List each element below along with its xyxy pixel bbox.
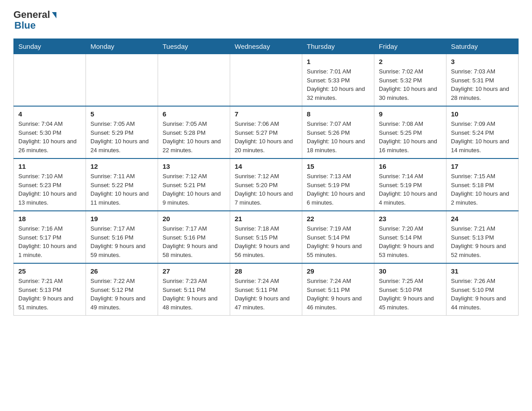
day-number: 14: [235, 163, 297, 170]
calendar-day-cell: 30Sunrise: 7:25 AMSunset: 5:10 PMDayligh…: [374, 263, 446, 316]
calendar-day-cell: 4Sunrise: 7:04 AMSunset: 5:30 PMDaylight…: [14, 106, 86, 158]
calendar-day-cell: 28Sunrise: 7:24 AMSunset: 5:11 PMDayligh…: [230, 263, 302, 316]
day-info: Sunrise: 7:14 AMSunset: 5:19 PMDaylight:…: [379, 172, 442, 207]
day-number: 25: [18, 267, 81, 275]
calendar-day-cell: 12Sunrise: 7:11 AMSunset: 5:22 PMDayligh…: [86, 158, 158, 211]
day-info: Sunrise: 7:10 AMSunset: 5:23 PMDaylight:…: [18, 172, 81, 207]
calendar-day-cell: 23Sunrise: 7:20 AMSunset: 5:14 PMDayligh…: [374, 211, 446, 263]
day-info: Sunrise: 7:22 AMSunset: 5:12 PMDaylight:…: [90, 277, 153, 312]
calendar-day-cell: 26Sunrise: 7:22 AMSunset: 5:12 PMDayligh…: [86, 263, 158, 316]
day-info: Sunrise: 7:21 AMSunset: 5:13 PMDaylight:…: [18, 277, 81, 312]
calendar-day-cell: [14, 54, 86, 107]
day-info: Sunrise: 7:15 AMSunset: 5:18 PMDaylight:…: [451, 172, 514, 207]
weekday-header-saturday: Saturday: [446, 39, 519, 54]
calendar-day-cell: 29Sunrise: 7:24 AMSunset: 5:11 PMDayligh…: [302, 263, 374, 316]
page-header: General Blue: [13, 9, 519, 31]
day-number: 15: [307, 163, 369, 170]
day-info: Sunrise: 7:05 AMSunset: 5:28 PMDaylight:…: [163, 120, 225, 154]
calendar-day-cell: 18Sunrise: 7:16 AMSunset: 5:17 PMDayligh…: [14, 211, 86, 263]
day-number: 17: [451, 163, 514, 170]
day-info: Sunrise: 7:03 AMSunset: 5:31 PMDaylight:…: [451, 67, 514, 102]
day-number: 30: [379, 267, 442, 275]
calendar-day-cell: 16Sunrise: 7:14 AMSunset: 5:19 PMDayligh…: [374, 158, 446, 211]
day-number: 1: [307, 58, 369, 65]
calendar-day-cell: 27Sunrise: 7:23 AMSunset: 5:11 PMDayligh…: [158, 263, 230, 316]
day-number: 7: [235, 110, 297, 118]
day-number: 27: [163, 267, 225, 275]
day-number: 26: [90, 267, 153, 275]
calendar-day-cell: 5Sunrise: 7:05 AMSunset: 5:29 PMDaylight…: [86, 106, 158, 158]
calendar-day-cell: 31Sunrise: 7:26 AMSunset: 5:10 PMDayligh…: [446, 263, 519, 316]
day-info: Sunrise: 7:13 AMSunset: 5:19 PMDaylight:…: [307, 172, 369, 207]
day-info: Sunrise: 7:18 AMSunset: 5:15 PMDaylight:…: [235, 224, 297, 259]
calendar-day-cell: 10Sunrise: 7:09 AMSunset: 5:24 PMDayligh…: [446, 106, 519, 158]
calendar-day-cell: 15Sunrise: 7:13 AMSunset: 5:19 PMDayligh…: [302, 158, 374, 211]
day-info: Sunrise: 7:25 AMSunset: 5:10 PMDaylight:…: [379, 277, 442, 312]
day-number: 21: [235, 215, 297, 223]
day-number: 20: [163, 215, 225, 223]
weekday-header-wednesday: Wednesday: [230, 39, 302, 54]
day-info: Sunrise: 7:04 AMSunset: 5:30 PMDaylight:…: [18, 120, 81, 154]
calendar-day-cell: 11Sunrise: 7:10 AMSunset: 5:23 PMDayligh…: [14, 158, 86, 211]
day-number: 16: [379, 163, 442, 170]
day-number: 24: [451, 215, 514, 223]
calendar-day-cell: 8Sunrise: 7:07 AMSunset: 5:26 PMDaylight…: [302, 106, 374, 158]
day-info: Sunrise: 7:26 AMSunset: 5:10 PMDaylight:…: [451, 277, 514, 312]
logo-arrow-icon: [52, 12, 56, 18]
day-number: 28: [235, 267, 297, 275]
calendar-day-cell: [230, 54, 302, 107]
calendar-day-cell: 7Sunrise: 7:06 AMSunset: 5:27 PMDaylight…: [230, 106, 302, 158]
calendar-day-cell: [86, 54, 158, 107]
calendar-day-cell: 21Sunrise: 7:18 AMSunset: 5:15 PMDayligh…: [230, 211, 302, 263]
day-number: 29: [307, 267, 369, 275]
day-info: Sunrise: 7:17 AMSunset: 5:16 PMDaylight:…: [163, 224, 225, 259]
calendar-day-cell: 20Sunrise: 7:17 AMSunset: 5:16 PMDayligh…: [158, 211, 230, 263]
calendar-day-cell: 19Sunrise: 7:17 AMSunset: 5:16 PMDayligh…: [86, 211, 158, 263]
logo-general-text: General: [13, 9, 50, 21]
day-info: Sunrise: 7:12 AMSunset: 5:21 PMDaylight:…: [163, 172, 225, 207]
day-info: Sunrise: 7:01 AMSunset: 5:33 PMDaylight:…: [307, 67, 369, 102]
logo-blue-text: Blue: [14, 20, 36, 31]
day-number: 3: [451, 58, 514, 65]
day-info: Sunrise: 7:20 AMSunset: 5:14 PMDaylight:…: [379, 224, 442, 259]
day-info: Sunrise: 7:06 AMSunset: 5:27 PMDaylight:…: [235, 120, 297, 154]
calendar-day-cell: 6Sunrise: 7:05 AMSunset: 5:28 PMDaylight…: [158, 106, 230, 158]
day-info: Sunrise: 7:23 AMSunset: 5:11 PMDaylight:…: [163, 277, 225, 312]
day-number: 4: [18, 110, 81, 118]
calendar-day-cell: [158, 54, 230, 107]
day-info: Sunrise: 7:19 AMSunset: 5:14 PMDaylight:…: [307, 224, 369, 259]
day-info: Sunrise: 7:09 AMSunset: 5:24 PMDaylight:…: [451, 120, 514, 154]
calendar-table: SundayMondayTuesdayWednesdayThursdayFrid…: [13, 39, 519, 316]
day-info: Sunrise: 7:16 AMSunset: 5:17 PMDaylight:…: [18, 224, 81, 259]
day-number: 19: [90, 215, 153, 223]
calendar-day-cell: 22Sunrise: 7:19 AMSunset: 5:14 PMDayligh…: [302, 211, 374, 263]
weekday-header-thursday: Thursday: [302, 39, 374, 54]
day-info: Sunrise: 7:17 AMSunset: 5:16 PMDaylight:…: [90, 224, 153, 259]
logo: General Blue: [13, 9, 56, 31]
day-number: 10: [451, 110, 514, 118]
day-number: 11: [18, 163, 81, 170]
weekday-header-friday: Friday: [374, 39, 446, 54]
day-number: 2: [379, 58, 442, 65]
calendar-header-row: SundayMondayTuesdayWednesdayThursdayFrid…: [14, 39, 519, 54]
calendar-day-cell: 14Sunrise: 7:12 AMSunset: 5:20 PMDayligh…: [230, 158, 302, 211]
day-number: 22: [307, 215, 369, 223]
calendar-week-row: 25Sunrise: 7:21 AMSunset: 5:13 PMDayligh…: [14, 263, 519, 316]
day-number: 12: [90, 163, 153, 170]
calendar-week-row: 11Sunrise: 7:10 AMSunset: 5:23 PMDayligh…: [14, 158, 519, 211]
calendar-day-cell: 3Sunrise: 7:03 AMSunset: 5:31 PMDaylight…: [446, 54, 519, 107]
day-number: 8: [307, 110, 369, 118]
weekday-header-tuesday: Tuesday: [158, 39, 230, 54]
day-info: Sunrise: 7:07 AMSunset: 5:26 PMDaylight:…: [307, 120, 369, 154]
calendar-day-cell: 9Sunrise: 7:08 AMSunset: 5:25 PMDaylight…: [374, 106, 446, 158]
day-number: 9: [379, 110, 442, 118]
day-number: 18: [18, 215, 81, 223]
day-info: Sunrise: 7:11 AMSunset: 5:22 PMDaylight:…: [90, 172, 153, 207]
calendar-week-row: 4Sunrise: 7:04 AMSunset: 5:30 PMDaylight…: [14, 106, 519, 158]
weekday-header-sunday: Sunday: [14, 39, 86, 54]
day-number: 31: [451, 267, 514, 275]
day-info: Sunrise: 7:12 AMSunset: 5:20 PMDaylight:…: [235, 172, 297, 207]
day-info: Sunrise: 7:21 AMSunset: 5:13 PMDaylight:…: [451, 224, 514, 259]
day-info: Sunrise: 7:08 AMSunset: 5:25 PMDaylight:…: [379, 120, 442, 154]
day-info: Sunrise: 7:02 AMSunset: 5:32 PMDaylight:…: [379, 67, 442, 102]
